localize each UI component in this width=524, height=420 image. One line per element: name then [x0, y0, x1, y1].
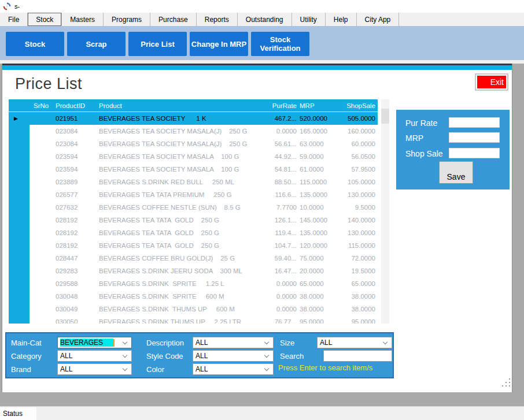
menu-item-masters[interactable]: Masters — [62, 13, 104, 26]
column-header-purrate[interactable]: PurRate — [269, 102, 297, 109]
cell-mrp: 20.0000 — [297, 267, 336, 274]
filter-row: DescriptionALL — [146, 337, 274, 348]
resize-grip-icon[interactable] — [502, 378, 511, 388]
cell-product-id: 023084 — [54, 128, 95, 135]
grid-row[interactable]: 028447BEVERAGES COFFEE BRU GOLD(J) 25 G5… — [9, 252, 378, 265]
cell-mrp: 95.0000 — [297, 318, 336, 324]
column-header-mrp[interactable]: MRP — [297, 102, 336, 109]
combo-value: ALL — [193, 351, 273, 361]
cell-product-id: 028447 — [54, 255, 95, 262]
menu-item-utility[interactable]: Utility — [292, 13, 326, 26]
combo-value: BEVERAGES — [58, 337, 131, 348]
cell-product: BEVERAGES S.DRINK SPRITE 1.25 L — [95, 280, 269, 287]
cell-product: BEVERAGES COFFEE NESTLE (SUN) 8.5 G — [95, 204, 269, 211]
row-header-cell — [9, 214, 29, 226]
grid-row[interactable]: 028192BEVERAGES TEA TATA GOLD 250 G126.1… — [9, 214, 378, 226]
grid-row[interactable]: 029588BEVERAGES S.DRINK SPRITE 1.25 L0.0… — [9, 277, 378, 290]
grid-row[interactable]: 027632BEVERAGES COFFEE NESTLE (SUN) 8.5 … — [9, 201, 378, 214]
size-label: Size — [278, 339, 315, 347]
cell-product-id: 030050 — [54, 318, 95, 324]
cell-shop-sale: 105.0000 — [336, 179, 378, 185]
menu-item-programs[interactable]: Programs — [104, 13, 150, 26]
grid-row[interactable]: ▶021951BEVERAGES TEA SOCIETY 1 K467.2...… — [9, 112, 378, 125]
brand-select[interactable]: ALL — [57, 363, 132, 375]
status-label: Status — [0, 407, 36, 420]
grid-row[interactable]: 029283BEVERAGES S.DRINK JEERU SODA 300 M… — [9, 265, 378, 277]
row-header-cell — [9, 226, 29, 239]
column-header-product[interactable]: Product — [95, 102, 269, 109]
cell-product: BEVERAGES TEA TATA PREMIUM 250 G — [95, 191, 269, 198]
cell-pur-rate: 56.61... — [269, 140, 297, 147]
menu-item-city-app[interactable]: City App — [357, 13, 400, 26]
row-header-cell: ▶ — [9, 112, 29, 125]
filter-column-1: Main-CatBEVERAGESCategoryALLBrandALL — [11, 337, 132, 377]
cell-pur-rate: 116.6... — [269, 191, 297, 198]
grid-row[interactable]: 028192BEVERAGES TEA TATA GOLD 250 G119.4… — [9, 226, 378, 239]
row-header-cell — [9, 265, 29, 277]
scrap-button[interactable]: Scrap — [67, 32, 126, 56]
row-header-cell — [9, 315, 29, 324]
cell-product: BEVERAGES TEA SOCIETY MASALA(J) 250 G — [95, 140, 269, 147]
cell-mrp: 38.0000 — [297, 306, 336, 313]
menu-item-reports[interactable]: Reports — [197, 13, 238, 26]
cell-shop-sale: 65.0000 — [336, 280, 378, 287]
mrp-field[interactable] — [449, 132, 500, 143]
grid-row[interactable]: 028192BEVERAGES TEA TATA GOLD 250 G104.7… — [9, 239, 378, 252]
grid-row[interactable]: 026577BEVERAGES TEA TATA PREMIUM 250 G11… — [9, 188, 378, 201]
cell-product: BEVERAGES TEA SOCIETY MASALA 100 G — [95, 153, 269, 160]
title-bar: s- — [0, 0, 524, 13]
shop-sale-label: Shop Sale — [405, 149, 443, 158]
cell-product-id: 023084 — [54, 140, 95, 147]
grid-row[interactable]: 030049BEVERAGES S.DRINK THUMS UP 600 M0.… — [9, 303, 378, 315]
main-cat-label: Main-Cat — [11, 339, 57, 347]
stock-verification-button[interactable]: Stock Verification — [251, 32, 309, 56]
color-select[interactable]: ALL — [193, 363, 274, 375]
menu-item-purchase[interactable]: Purchase — [150, 13, 197, 26]
change-in-mrp-button[interactable]: Change In MRP — [190, 32, 248, 56]
cell-mrp: 75.0000 — [297, 255, 336, 262]
cell-pur-rate: 0.0000 — [269, 293, 297, 300]
menu-item-stock[interactable]: Stock — [28, 13, 62, 26]
grid-row[interactable]: 030050BEVERAGES S.DRINK THUMS UP 2.25 LT… — [9, 315, 378, 324]
grid-row[interactable]: 023084BEVERAGES TEA SOCIETY MASALA(J) 25… — [9, 125, 378, 137]
cell-product-id: 028192 — [54, 242, 95, 249]
cell-pur-rate: 44.92... — [269, 153, 297, 160]
row-header-cell — [9, 125, 29, 137]
cell-mrp: 65.0000 — [297, 280, 336, 287]
pur-rate-field[interactable] — [449, 117, 500, 128]
grid-row[interactable]: 023594BEVERAGES TEA SOCIETY MASALA 100 G… — [9, 150, 378, 163]
cell-product: BEVERAGES COFFEE BRU GOLD(J) 25 G — [95, 255, 269, 262]
menu-item-outstanding[interactable]: Outstanding — [238, 13, 292, 26]
grid-row[interactable]: 023889BEVERAGES S.DRINK RED BULL 250 ML8… — [9, 176, 378, 188]
shop-sale-field[interactable] — [449, 148, 500, 158]
cell-product-id: 021951 — [54, 115, 95, 122]
row-header-cell — [9, 176, 29, 188]
stock-button[interactable]: Stock — [6, 32, 64, 56]
category-select[interactable]: ALL — [57, 350, 132, 362]
grid-vertical-scrollbar[interactable] — [381, 99, 389, 324]
description-label: Description — [146, 339, 193, 347]
menu-item-file[interactable]: File — [0, 13, 28, 26]
grid-row[interactable]: 023084BEVERAGES TEA SOCIETY MASALA(J) 25… — [9, 137, 378, 150]
column-header-productid[interactable]: ProductID — [54, 102, 95, 109]
exit-button[interactable]: Exit — [475, 73, 508, 91]
column-header-srno[interactable]: SrNo — [29, 102, 54, 109]
grid-row[interactable]: 030048BEVERAGES S.DRINK SPRITE 600 M0.00… — [9, 290, 378, 303]
column-header-shopsale[interactable]: ShopSale — [336, 102, 378, 109]
menu-item-help[interactable]: Help — [326, 13, 357, 26]
size-select[interactable]: ALL — [317, 337, 392, 348]
scrollbar-thumb[interactable] — [381, 109, 389, 124]
description-select[interactable]: ALL — [193, 337, 274, 348]
grid-row[interactable]: 023594BEVERAGES TEA SOCIETY MASALA 100 G… — [9, 163, 378, 176]
main-cat-select[interactable]: BEVERAGES — [57, 337, 132, 348]
cell-mrp: 520.0000 — [297, 115, 336, 122]
price-list-button[interactable]: Price List — [128, 32, 187, 56]
search-input[interactable] — [323, 350, 392, 362]
save-button[interactable]: Save — [439, 161, 473, 184]
cell-mrp: 120.0000 — [297, 242, 336, 249]
combo-value: ALL — [193, 337, 273, 348]
cell-shop-sale: 95.0000 — [336, 318, 378, 324]
row-header-column — [9, 99, 29, 111]
toolbar: StockScrapPrice ListChange In MRPStock V… — [0, 26, 524, 60]
style-code-select[interactable]: ALL — [193, 350, 274, 362]
